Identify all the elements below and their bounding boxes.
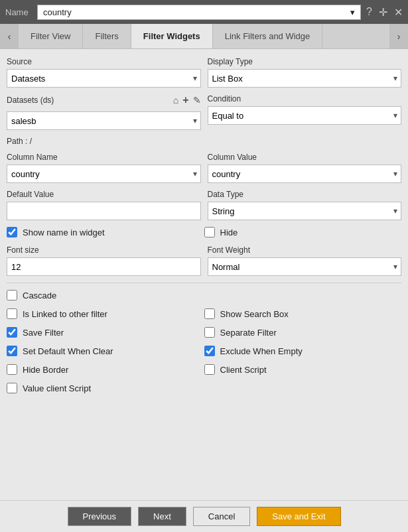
client-script-col: Client Script: [204, 364, 402, 375]
column-value-group: Column Value country: [208, 153, 402, 183]
show-search-col: Show Search Box: [204, 308, 402, 319]
bottom-bar: Previous Next Cancel Save and Exit: [0, 500, 408, 532]
save-filter-checkbox[interactable]: [7, 327, 17, 338]
font-weight-select-wrapper[interactable]: Normal: [208, 257, 402, 276]
hide-label[interactable]: Hide: [220, 228, 238, 237]
datasets-select[interactable]: salesb: [7, 111, 201, 130]
set-default-col: Set Default When Clear: [7, 346, 204, 356]
source-select-wrapper[interactable]: Datasets: [7, 69, 201, 88]
cancel-button[interactable]: Cancel: [193, 507, 250, 526]
font-weight-label: Font Weight: [208, 245, 402, 255]
next-button[interactable]: Next: [138, 507, 186, 526]
exclude-empty-col: Exclude When Empty: [204, 346, 402, 356]
help-icon[interactable]: ?: [366, 6, 372, 19]
is-linked-checkbox[interactable]: [7, 308, 17, 319]
cascade-checkbox[interactable]: [7, 290, 17, 300]
default-value-input[interactable]: [7, 202, 201, 220]
font-size-group: Font size: [7, 245, 201, 276]
tab-prev-btn[interactable]: ‹: [0, 24, 19, 48]
display-type-select-wrapper[interactable]: List Box: [208, 69, 402, 88]
font-size-label: Font size: [7, 245, 201, 255]
hide-col: Hide: [204, 227, 402, 237]
name-label: Name: [5, 7, 32, 17]
close-icon[interactable]: ✕: [394, 6, 403, 19]
column-value-select[interactable]: country: [208, 165, 402, 183]
column-row: Column Name country Column Value country: [7, 153, 401, 183]
datasets-select-wrapper[interactable]: salesb: [7, 111, 201, 130]
value-client-row: Value client Script: [7, 383, 401, 393]
path-value: /: [30, 137, 32, 146]
linked-search-row: Is Linked to other filter Show Search Bo…: [7, 308, 401, 319]
tab-bar: ‹ Filter View Filters Filter Widgets Lin…: [0, 24, 408, 49]
show-name-label[interactable]: Show name in widget: [23, 228, 105, 237]
path-row: Path : /: [7, 137, 401, 146]
data-type-group: Data Type String: [208, 190, 402, 220]
tab-link-filters[interactable]: Link Filters and Widge: [213, 24, 323, 48]
move-icon[interactable]: ✛: [379, 6, 387, 19]
hide-border-label[interactable]: Hide Border: [23, 365, 68, 375]
source-select[interactable]: Datasets: [7, 69, 201, 88]
condition-select-wrapper[interactable]: Equal to: [208, 106, 402, 125]
default-datatype-row: Default Value Data Type String: [7, 190, 401, 220]
edit-icon[interactable]: ✎: [193, 95, 201, 105]
condition-label: Condition: [208, 94, 402, 103]
setdefault-exclude-row: Set Default When Clear Exclude When Empt…: [7, 346, 401, 356]
display-type-select[interactable]: List Box: [208, 69, 402, 88]
source-group: Source Datasets: [7, 57, 201, 88]
show-name-checkbox[interactable]: [7, 227, 17, 237]
column-value-select-wrapper[interactable]: country: [208, 165, 402, 183]
show-hide-row: Show name in widget Hide: [7, 227, 401, 237]
exclude-empty-checkbox[interactable]: [204, 346, 215, 356]
tab-next-btn[interactable]: ›: [389, 24, 408, 48]
separate-filter-checkbox[interactable]: [204, 327, 215, 338]
column-value-label: Column Value: [208, 153, 402, 162]
name-input[interactable]: country ▾: [37, 5, 361, 20]
font-row: Font size Font Weight Normal: [7, 245, 401, 276]
display-type-label: Display Type: [208, 57, 402, 66]
column-name-label: Column Name: [7, 153, 201, 162]
font-weight-select[interactable]: Normal: [208, 257, 402, 276]
hide-border-checkbox[interactable]: [7, 364, 17, 375]
client-script-label[interactable]: Client Script: [220, 365, 267, 375]
data-type-select[interactable]: String: [208, 202, 402, 220]
tab-filters[interactable]: Filters: [83, 24, 131, 48]
hide-checkbox[interactable]: [204, 227, 215, 237]
value-client-label[interactable]: Value client Script: [23, 383, 91, 393]
home-icon[interactable]: ⌂: [173, 95, 178, 105]
font-size-input[interactable]: [7, 257, 201, 276]
show-search-label[interactable]: Show Search Box: [220, 309, 289, 319]
is-linked-label[interactable]: Is Linked to other filter: [23, 309, 107, 319]
source-label: Source: [7, 57, 201, 66]
linked-col: Is Linked to other filter: [7, 308, 204, 319]
set-default-label[interactable]: Set Default When Clear: [23, 346, 113, 356]
save-exit-button[interactable]: Save and Exit: [257, 507, 340, 526]
divider1: [7, 283, 401, 283]
source-display-row: Source Datasets Display Type List Box: [7, 57, 401, 88]
top-header: Name country ▾ ? ✛ ✕: [0, 0, 408, 24]
datasets-group: Datasets (ds) ⌂ + ✎ salesb: [7, 94, 201, 130]
datasets-header: Datasets (ds) ⌂ + ✎: [7, 94, 201, 106]
tab-filter-view[interactable]: Filter View: [19, 24, 83, 48]
value-client-checkbox[interactable]: [7, 383, 17, 393]
column-name-select[interactable]: country: [7, 165, 201, 183]
exclude-empty-label[interactable]: Exclude When Empty: [220, 346, 303, 356]
separate-filter-label[interactable]: Separate Filter: [220, 328, 277, 338]
show-name-col: Show name in widget: [7, 227, 204, 237]
set-default-checkbox[interactable]: [7, 346, 17, 356]
tab-filter-widgets[interactable]: Filter Widgets: [131, 24, 213, 48]
show-search-checkbox[interactable]: [204, 308, 215, 319]
dropdown-arrow-icon: ▾: [350, 7, 355, 17]
datasets-label: Datasets (ds): [7, 96, 169, 105]
separate-filter-col: Separate Filter: [204, 327, 402, 338]
previous-button[interactable]: Previous: [68, 507, 132, 526]
column-name-select-wrapper[interactable]: country: [7, 165, 201, 183]
path-label: Path :: [7, 137, 27, 146]
add-icon[interactable]: +: [182, 94, 188, 106]
data-type-select-wrapper[interactable]: String: [208, 202, 402, 220]
save-separate-row: Save Filter Separate Filter: [7, 327, 401, 338]
hide-border-client-row: Hide Border Client Script: [7, 364, 401, 375]
save-filter-label[interactable]: Save Filter: [23, 328, 64, 338]
client-script-checkbox[interactable]: [204, 364, 215, 375]
condition-select[interactable]: Equal to: [208, 106, 402, 125]
cascade-label[interactable]: Cascade: [23, 291, 56, 300]
